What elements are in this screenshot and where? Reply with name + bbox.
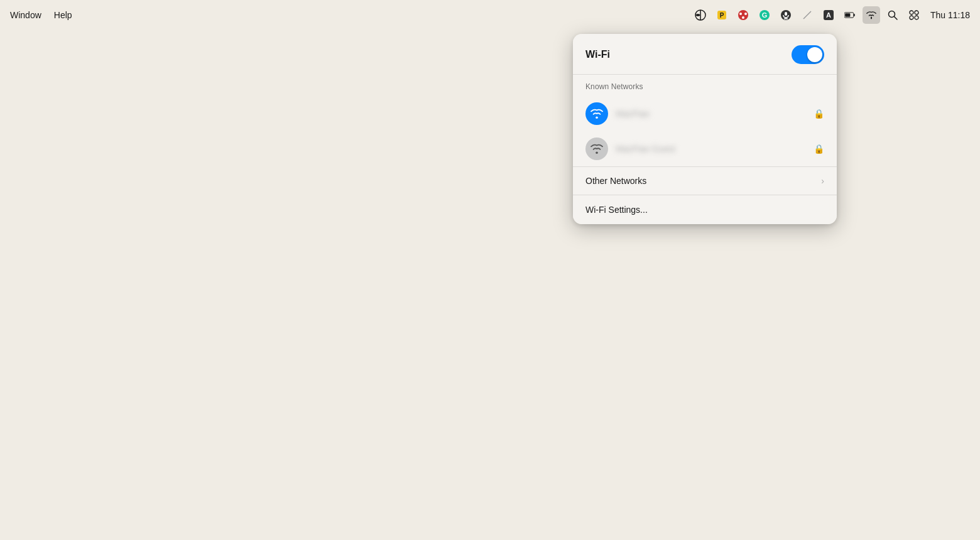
- svg-rect-18: [845, 13, 850, 17]
- menubar: Window Help P: [0, 0, 980, 30]
- lock-icon-2: 🔒: [814, 144, 824, 154]
- svg-text:G: G: [762, 11, 768, 19]
- wifi-title: Wi-Fi: [585, 49, 610, 60]
- wifi-toggle[interactable]: [792, 45, 824, 64]
- search-icon[interactable]: [884, 6, 901, 24]
- appearance-icon[interactable]: [692, 6, 709, 24]
- chevron-right-icon: ›: [821, 176, 824, 186]
- network-row-guest[interactable]: MacPaw Guest 🔒: [573, 131, 837, 166]
- wifi-settings-row[interactable]: Wi-Fi Settings...: [573, 195, 837, 224]
- other-networks-row[interactable]: Other Networks ›: [573, 167, 837, 195]
- svg-text:A: A: [826, 11, 831, 19]
- network-connected-icon: [585, 102, 608, 125]
- svg-point-27: [596, 152, 598, 154]
- wifi-header: Wi-Fi: [573, 34, 837, 74]
- other-networks-label: Other Networks: [585, 176, 646, 186]
- known-networks-label: Known Networks: [573, 75, 837, 96]
- svg-rect-17: [854, 14, 855, 16]
- whisper-icon[interactable]: [777, 6, 795, 24]
- network-name-1: MacPaw: [616, 109, 806, 119]
- network-row-connected[interactable]: MacPaw 🔒: [573, 96, 837, 131]
- svg-point-22: [910, 11, 913, 14]
- lock-icon-1: 🔒: [814, 109, 824, 119]
- svg-point-19: [871, 17, 872, 18]
- menubar-left: Window Help: [10, 10, 72, 20]
- svg-point-5: [744, 13, 747, 15]
- svg-line-13: [803, 11, 811, 19]
- thonny-icon[interactable]: P: [713, 6, 731, 24]
- toggle-knob: [807, 47, 822, 62]
- clock: Thu 11:18: [930, 10, 970, 20]
- network-guest-icon: [585, 138, 608, 160]
- svg-text:P: P: [720, 12, 724, 19]
- battery-icon[interactable]: [841, 6, 859, 24]
- svg-rect-10: [785, 12, 787, 16]
- control-center-icon[interactable]: [905, 6, 923, 24]
- svg-point-25: [915, 16, 918, 19]
- menu-help[interactable]: Help: [54, 10, 72, 20]
- svg-point-23: [915, 11, 918, 14]
- fantastical-icon[interactable]: [734, 6, 752, 24]
- menubar-right: P G: [692, 6, 970, 24]
- tool-icon: [798, 6, 816, 24]
- svg-point-26: [596, 117, 598, 119]
- network-name-2: MacPaw Guest: [616, 144, 806, 154]
- svg-point-24: [910, 16, 913, 19]
- wifi-menubar-icon[interactable]: [863, 6, 880, 24]
- font-icon[interactable]: A: [820, 6, 837, 24]
- svg-point-6: [742, 16, 744, 19]
- grammarly-icon[interactable]: G: [756, 6, 773, 24]
- menu-window[interactable]: Window: [10, 10, 41, 20]
- svg-point-4: [739, 13, 742, 15]
- wifi-settings-label: Wi-Fi Settings...: [585, 205, 648, 215]
- svg-line-21: [894, 17, 897, 20]
- wifi-panel: Wi-Fi Known Networks MacPaw 🔒 MacPaw G: [573, 34, 837, 224]
